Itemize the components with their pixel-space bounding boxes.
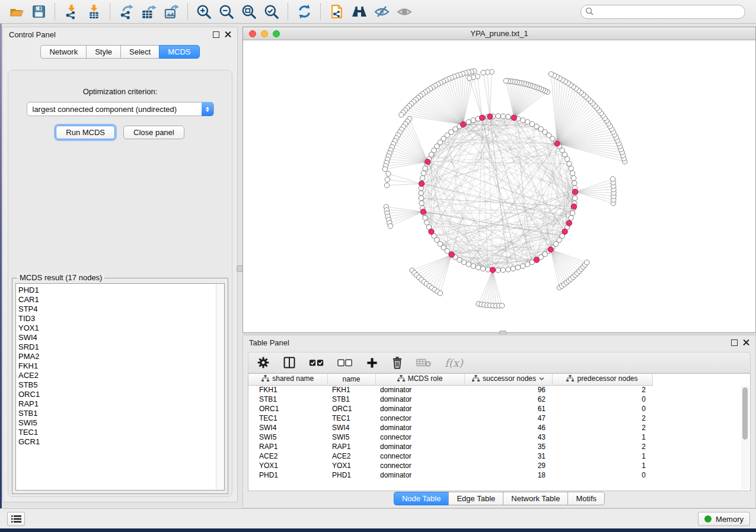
show-column-panel-button[interactable] xyxy=(283,356,296,369)
save-session-button[interactable] xyxy=(27,2,50,22)
zoom-selected-button[interactable] xyxy=(260,2,283,22)
mcds-result-item[interactable]: PHD1 xyxy=(18,286,224,295)
mcds-result-item[interactable]: TID3 xyxy=(18,314,224,323)
table-cell: dominator xyxy=(375,423,464,432)
select-all-columns-button[interactable] xyxy=(309,357,324,368)
table-row[interactable]: SWI5SWI5connector431 xyxy=(248,432,652,442)
table-toolbar: f(x) xyxy=(248,352,751,373)
table-scrollbar-thumb[interactable] xyxy=(742,387,748,440)
mcds-result-item[interactable]: CAR1 xyxy=(18,295,224,305)
search-input[interactable] xyxy=(580,5,745,19)
table-row[interactable]: PHD1PHD1dominator180 xyxy=(248,470,652,480)
table-row[interactable]: TEC1TEC1connector472 xyxy=(248,414,652,423)
mcds-result-item[interactable]: RAP1 xyxy=(18,399,224,409)
mcds-result-item[interactable]: STB1 xyxy=(18,409,224,418)
create-column-button[interactable] xyxy=(366,357,378,369)
table-cell: 31 xyxy=(464,451,552,461)
memory-button[interactable]: Memory xyxy=(698,512,750,526)
zoom-selected-icon xyxy=(263,4,280,20)
table-cell: SWI5 xyxy=(248,432,327,442)
export-network-button[interactable] xyxy=(115,2,138,22)
mcds-result-item[interactable]: ACE2 xyxy=(18,371,224,380)
table-cell: 1 xyxy=(552,461,652,470)
close-panel-icon[interactable] xyxy=(225,31,231,38)
import-network-button[interactable] xyxy=(60,2,82,22)
tab-select[interactable]: Select xyxy=(120,45,159,59)
function-builder-button[interactable]: f(x) xyxy=(445,357,463,369)
mcds-result-item[interactable]: PMA2 xyxy=(18,352,224,361)
table-row[interactable]: ACE2ACE2connector311 xyxy=(248,451,652,461)
column-header-name[interactable]: name xyxy=(327,374,375,385)
table-panel-title: Table Panel xyxy=(249,338,289,347)
column-header-shared-name[interactable]: shared name xyxy=(248,374,327,385)
new-network-from-selection-button[interactable] xyxy=(326,2,348,22)
refresh-icon xyxy=(296,4,312,20)
mcds-result-item[interactable]: TEC1 xyxy=(18,428,224,437)
table-scrollbar[interactable] xyxy=(741,386,749,489)
dropdown-stepper-icon xyxy=(202,102,213,116)
float-panel-icon[interactable] xyxy=(213,31,219,38)
search-network-button[interactable] xyxy=(348,2,371,22)
zoom-fit-button[interactable] xyxy=(238,2,260,22)
table-cell: 29 xyxy=(464,461,552,470)
float-panel-icon[interactable] xyxy=(731,339,738,346)
tab-edge-table[interactable]: Edge Table xyxy=(448,492,503,505)
show-panels-menu-button[interactable] xyxy=(7,512,25,526)
mcds-list-scrollbar[interactable] xyxy=(216,284,224,490)
column-header-predecessor-nodes[interactable]: predecessor nodes xyxy=(552,374,652,385)
unselect-all-columns-button[interactable] xyxy=(337,357,353,368)
tab-network[interactable]: Network xyxy=(40,45,86,59)
column-header-MCDS-role[interactable]: MCDS role xyxy=(375,374,464,385)
tab-mcds[interactable]: MCDS xyxy=(159,45,199,59)
optimization-criterion-value: largest connected component (undirected) xyxy=(33,105,177,114)
table-row[interactable]: RAP1RAP1dominator352 xyxy=(248,442,652,451)
node-table[interactable]: shared namenameMCDS rolesuccessor nodesp… xyxy=(248,374,653,480)
optimization-criterion-select[interactable]: largest connected component (undirected) xyxy=(27,102,214,116)
network-canvas[interactable] xyxy=(243,40,755,332)
table-row[interactable]: ORC1ORC1dominator610 xyxy=(248,404,652,414)
hide-graphics-details-button[interactable] xyxy=(371,2,393,22)
table-row[interactable]: SWI4SWI4dominator462 xyxy=(248,423,652,432)
table-cell: 0 xyxy=(552,404,652,414)
tab-network-table[interactable]: Network Table xyxy=(503,492,567,505)
table-row[interactable]: FKH1FKH1dominator962 xyxy=(248,385,652,395)
export-image-button[interactable] xyxy=(160,2,183,22)
table-row[interactable]: STB1STB1dominator620 xyxy=(248,395,652,404)
refresh-button[interactable] xyxy=(293,2,315,22)
column-header-label: name xyxy=(342,375,360,383)
mcds-result-list[interactable]: PHD1CAR1STP4TID3YOX1SWI4SRD1PMA2FKH1ACE2… xyxy=(15,283,225,491)
network-window-titlebar[interactable]: YPA_prune.txt_1 xyxy=(243,27,755,40)
run-mcds-button[interactable]: Run MCDS xyxy=(56,126,115,139)
mcds-result-item[interactable]: STB5 xyxy=(18,380,224,390)
network-window-title: YPA_prune.txt_1 xyxy=(243,29,755,38)
tab-motifs[interactable]: Motifs xyxy=(567,492,605,505)
mcds-result-item[interactable]: GCR1 xyxy=(18,437,224,447)
close-panel-icon[interactable] xyxy=(743,339,749,346)
delete-table-button[interactable] xyxy=(416,357,432,368)
mcds-result-item[interactable]: STP4 xyxy=(18,305,224,314)
mcds-result-item[interactable]: ORC1 xyxy=(18,390,224,399)
zoom-in-button[interactable] xyxy=(193,2,215,22)
table-settings-button[interactable] xyxy=(257,356,270,369)
mcds-result-item[interactable]: FKH1 xyxy=(18,361,224,371)
mcds-result-item[interactable]: YOX1 xyxy=(18,323,224,333)
zoom-out-button[interactable] xyxy=(215,2,238,22)
close-panel-button[interactable]: Close panel xyxy=(123,126,184,139)
export-table-button[interactable] xyxy=(138,2,160,22)
delete-table-icon xyxy=(416,357,432,368)
table-cell: 2 xyxy=(552,442,652,451)
delete-column-button[interactable] xyxy=(391,356,403,369)
mcds-result-item[interactable]: SWI5 xyxy=(18,418,224,428)
vertical-splitter[interactable] xyxy=(238,27,243,502)
table-row[interactable]: YOX1YOX1connector291 xyxy=(248,461,652,470)
hierarchy-icon xyxy=(397,375,405,382)
import-table-button[interactable] xyxy=(82,2,105,22)
tab-style[interactable]: Style xyxy=(86,45,120,59)
tab-node-table[interactable]: Node Table xyxy=(394,492,449,505)
show-graphics-details-button[interactable] xyxy=(393,2,416,22)
column-header-successor-nodes[interactable]: successor nodes xyxy=(464,374,552,385)
gear-icon xyxy=(257,356,270,369)
mcds-result-item[interactable]: SRD1 xyxy=(18,342,224,352)
open-file-button[interactable] xyxy=(5,2,27,22)
mcds-result-item[interactable]: SWI4 xyxy=(18,333,224,342)
